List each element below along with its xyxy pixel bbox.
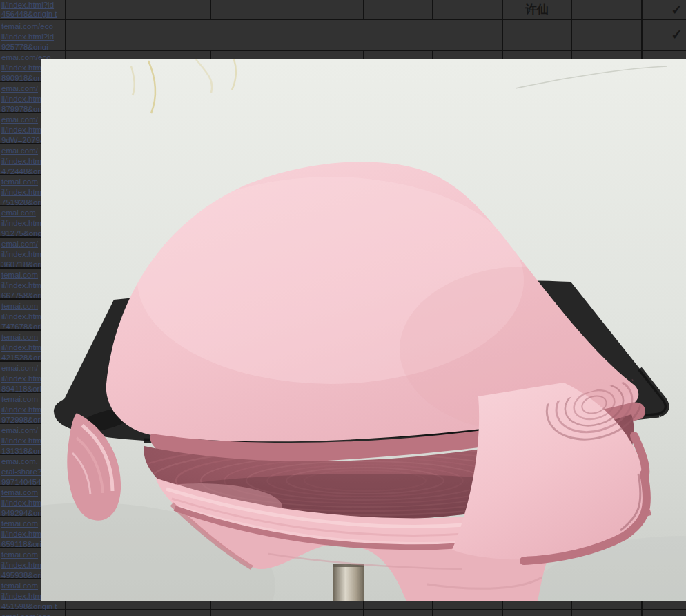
link-text[interactable]: 451598&origin t (1, 601, 57, 610)
link-text[interactable]: il/index.htm (1, 94, 41, 104)
gridline (0, 50, 686, 51)
link-text[interactable]: emai.com/eco (1, 612, 51, 616)
link-text[interactable]: il/index.htm (1, 405, 41, 414)
link-text[interactable]: il/index.htm (1, 218, 41, 228)
link-text[interactable]: il/index.htm (1, 63, 41, 73)
link-text[interactable]: il/index.htm (1, 249, 41, 259)
link-text[interactable]: 667758&orig (1, 291, 46, 299)
link-text[interactable]: 131318&orig (1, 446, 46, 454)
link-text[interactable]: il/index.htm (1, 498, 41, 508)
link-text[interactable]: emai.com (1, 208, 36, 218)
link-text[interactable]: 972998&orig (1, 415, 46, 423)
link-text[interactable]: il/index.htm (1, 311, 41, 321)
link-text[interactable]: il/index.htm (1, 529, 41, 539)
link-text[interactable]: temai.com/eco (1, 21, 53, 31)
link-text[interactable]: emai.com/ (1, 239, 38, 249)
reviewer-name-cell: 许仙 (503, 0, 571, 19)
link-text[interactable]: il/index.htm (1, 343, 41, 352)
link-text[interactable]: temai.com (1, 270, 38, 280)
link-text[interactable]: il/index.htm (1, 436, 41, 445)
link-text[interactable]: il/index.htm (1, 156, 41, 166)
link-text[interactable]: 949294&orig (1, 508, 46, 517)
link-text[interactable]: il/index.htm (1, 374, 41, 383)
link-text[interactable]: eral-share? (1, 467, 41, 477)
link-text[interactable]: 747678&orig (1, 322, 46, 330)
product-photo[interactable] (41, 59, 686, 601)
link-text[interactable]: il/index.htm (1, 560, 41, 570)
link-text[interactable]: 997140454 (1, 477, 41, 485)
gridline (0, 19, 686, 20)
gridline (363, 0, 364, 19)
link-text[interactable]: il/index.html (1, 591, 43, 601)
link-text[interactable]: emai.com/ (1, 115, 38, 124)
link-text[interactable]: il/index.html?id (1, 32, 54, 41)
link-text[interactable]: emai.com/ (1, 146, 38, 155)
link-text[interactable]: 659118&orig (1, 539, 46, 548)
link-text[interactable]: temai.com (1, 519, 38, 528)
link-text[interactable]: temai.com (1, 581, 38, 590)
gridline (0, 609, 686, 610)
checkmark-cell: ✓ (643, 24, 686, 46)
link-text[interactable]: temai.com (1, 394, 38, 404)
link-text[interactable]: il/index.htm (1, 280, 41, 290)
link-text[interactable]: emai.com/ (1, 363, 38, 373)
link-text[interactable]: temai.com (1, 488, 38, 497)
stand-pole (333, 564, 364, 601)
link-text[interactable]: temai.com (1, 550, 38, 559)
link-text[interactable]: 894118&orig (1, 384, 46, 392)
link-text[interactable]: 360718&orig (1, 260, 46, 268)
link-text[interactable]: emai.com/ (1, 84, 38, 93)
link-text[interactable]: 456448&origin t (1, 9, 57, 19)
link-text[interactable]: emai.com/ (1, 425, 38, 435)
link-text[interactable]: 495938&orig (1, 570, 46, 579)
link-text[interactable]: temai.com (1, 332, 38, 342)
link-text[interactable]: 925778&origi (1, 42, 48, 50)
gridline (210, 0, 211, 19)
gridline (432, 0, 433, 19)
link-text[interactable]: temai.com (1, 301, 38, 311)
link-text[interactable]: il/index.htm (1, 125, 41, 135)
checkmark-cell: ✓ (643, 1, 686, 19)
link-text[interactable]: il/index.html?id (1, 0, 54, 10)
link-text[interactable]: temai.com (1, 177, 38, 186)
link-text[interactable]: 421528&orig (1, 353, 46, 361)
link-cell[interactable]: temai.com/ecoil/index.html?id925778&orig… (0, 19, 66, 50)
link-cell[interactable]: emai.com/eco (0, 610, 66, 616)
link-cell[interactable]: il/index.html?id456448&origin t (0, 0, 66, 19)
link-text[interactable]: il/index.htm (1, 187, 41, 197)
link-text[interactable]: emai.com. (1, 456, 38, 466)
